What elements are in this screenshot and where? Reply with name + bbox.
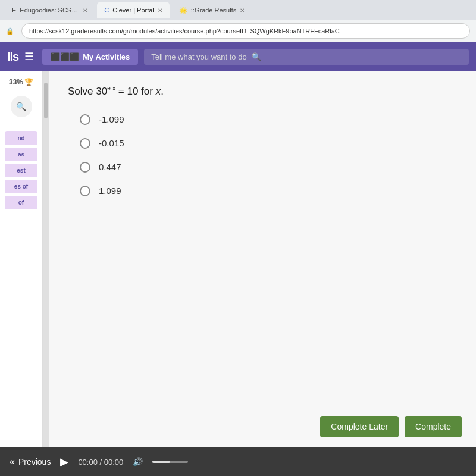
bottom-nav: « Previous ▶ 00:00 / 00:00 🔊 bbox=[0, 447, 476, 476]
percent-value: 33% bbox=[9, 78, 23, 86]
sidebar: 33% 🏆 🔍 nd as est es of bbox=[0, 71, 43, 447]
sidebar-items: nd as est es of of bbox=[0, 131, 42, 209]
sidebar-item-es-of[interactable]: es of bbox=[5, 180, 37, 193]
exponent-neg-x: ‑x bbox=[111, 85, 115, 92]
scrollbar-thumb[interactable] bbox=[44, 83, 48, 118]
time-display: 00:00 / 00:00 bbox=[78, 458, 123, 466]
edugoodies-tab-icon: E bbox=[12, 7, 16, 14]
sidebar-item-est[interactable]: est bbox=[5, 164, 37, 177]
answer-options: -1.099 -0.015 0.447 1.099 bbox=[68, 114, 457, 196]
nav-search-icon: 🔍 bbox=[252, 52, 261, 61]
answer-text-4: 1.099 bbox=[99, 186, 121, 196]
answer-option-2[interactable]: -0.015 bbox=[80, 138, 457, 149]
tab-clever-label: Clever | Portal bbox=[112, 7, 154, 14]
address-input[interactable]: https://scsk12.graderesults.com/gr/modul… bbox=[21, 23, 470, 39]
tab-clever[interactable]: C Clever | Portal ✕ bbox=[97, 2, 169, 18]
answer-option-1[interactable]: -1.099 bbox=[80, 114, 457, 125]
tab-edugoodies-close[interactable]: ✕ bbox=[83, 7, 87, 14]
grade-results-tab-icon: 🌟 bbox=[179, 7, 187, 14]
nav-search[interactable]: Tell me what you want to do 🔍 bbox=[144, 49, 469, 65]
prev-chevron-icon: « bbox=[10, 456, 15, 467]
trophy-icon: 🏆 bbox=[24, 78, 33, 86]
tab-grade-results-close[interactable]: ✕ bbox=[240, 7, 245, 14]
radio-3[interactable] bbox=[80, 162, 90, 173]
radio-1[interactable] bbox=[80, 114, 90, 125]
tab-bar: E Edugoodies: SCS Daily Links - ed ✕ C C… bbox=[0, 0, 476, 20]
address-text: https://scsk12.graderesults.com/gr/modul… bbox=[29, 27, 340, 35]
nav-logo: lls bbox=[7, 50, 18, 64]
clever-tab-icon: C bbox=[104, 7, 109, 14]
progress-percent: 33% 🏆 bbox=[9, 78, 33, 86]
tab-grade-results-label: ::Grade Results bbox=[191, 7, 236, 14]
lock-icon: 🔒 bbox=[6, 27, 14, 35]
question-container: Solve 30e‑x = 10 for x. -1.099 -0.015 0 bbox=[49, 71, 476, 406]
play-button[interactable]: ▶ bbox=[60, 455, 68, 468]
previous-button[interactable]: « Previous bbox=[10, 456, 51, 467]
hamburger-icon[interactable]: ☰ bbox=[24, 50, 34, 63]
variable-x: x bbox=[156, 86, 161, 97]
volume-fill bbox=[152, 461, 170, 463]
volume-bar[interactable] bbox=[152, 461, 188, 463]
complete-later-button[interactable]: Complete Later bbox=[320, 416, 399, 437]
main-layout: 33% 🏆 🔍 nd as est es of bbox=[0, 71, 476, 447]
activities-label: My Activities bbox=[83, 52, 130, 61]
sidebar-item-as[interactable]: as bbox=[5, 148, 37, 161]
answer-text-1: -1.099 bbox=[99, 114, 124, 124]
tab-grade-results[interactable]: 🌟 ::Grade Results ✕ bbox=[172, 2, 252, 18]
answer-text-3: 0.447 bbox=[99, 162, 121, 172]
address-bar: 🔒 https://scsk12.graderesults.com/gr/mod… bbox=[0, 20, 476, 42]
vertical-scrollbar[interactable] bbox=[43, 71, 49, 447]
activities-button[interactable]: ⬛⬛⬛ My Activities bbox=[42, 49, 138, 65]
top-nav: lls ☰ ⬛⬛⬛ My Activities Tell me what you… bbox=[0, 42, 476, 71]
sidebar-search-button[interactable]: 🔍 bbox=[11, 96, 32, 117]
answer-option-3[interactable]: 0.447 bbox=[80, 162, 457, 173]
content-area: Solve 30e‑x = 10 for x. -1.099 -0.015 0 bbox=[49, 71, 476, 447]
question-text: Solve 30e‑x = 10 for x. bbox=[68, 85, 457, 98]
tab-edugoodies[interactable]: E Edugoodies: SCS Daily Links - ed ✕ bbox=[5, 2, 95, 18]
action-buttons: Complete Later Complete bbox=[49, 406, 476, 447]
answer-text-2: -0.015 bbox=[99, 138, 124, 148]
nav-search-text: Tell me what you want to do bbox=[151, 52, 246, 61]
radio-4[interactable] bbox=[80, 186, 90, 196]
browser-chrome: E Edugoodies: SCS Daily Links - ed ✕ C C… bbox=[0, 0, 476, 42]
sidebar-item-nd[interactable]: nd bbox=[5, 131, 37, 145]
tab-clever-close[interactable]: ✕ bbox=[158, 7, 162, 14]
page: lls ☰ ⬛⬛⬛ My Activities Tell me what you… bbox=[0, 42, 476, 476]
tab-edugoodies-label: Edugoodies: SCS Daily Links - ed bbox=[20, 7, 79, 14]
prev-label: Previous bbox=[18, 457, 51, 466]
grid-icon: ⬛⬛⬛ bbox=[51, 52, 79, 61]
complete-button[interactable]: Complete bbox=[405, 416, 462, 437]
sidebar-item-of[interactable]: of bbox=[5, 196, 37, 209]
volume-icon[interactable]: 🔊 bbox=[133, 457, 143, 466]
sidebar-search-icon: 🔍 bbox=[16, 102, 26, 111]
radio-2[interactable] bbox=[80, 138, 90, 149]
answer-option-4[interactable]: 1.099 bbox=[80, 186, 457, 196]
